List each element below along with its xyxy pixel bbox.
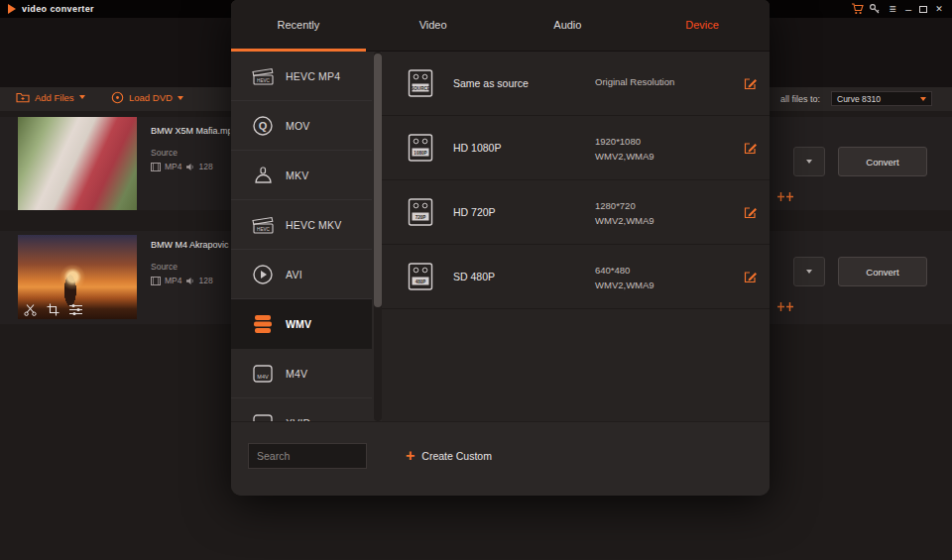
preset-resolution: Original Resolution — [595, 76, 674, 87]
create-custom-button[interactable]: + Create Custom — [406, 443, 492, 469]
clapperboard-icon: HEVC — [249, 213, 276, 237]
preset-codec: WMV2,WMA9 — [595, 280, 654, 290]
svg-text:Q: Q — [258, 120, 267, 132]
format-item-avi[interactable]: AVI — [231, 250, 372, 299]
app-title: video converter — [22, 4, 94, 14]
wmv-stack-icon — [249, 312, 276, 336]
minimize-button[interactable]: – — [900, 2, 916, 16]
format-item-hevc-mkv[interactable]: HEVC HEVC MKV — [231, 200, 372, 250]
format-item-wmv[interactable]: WMV — [231, 299, 372, 349]
tab-device[interactable]: Device — [635, 0, 770, 51]
media-badges: MP4 128 — [151, 276, 213, 285]
source-label: Source — [151, 262, 178, 272]
svg-text:SOURCE: SOURCE — [411, 86, 430, 91]
dialog-footer: + Create Custom — [231, 421, 770, 496]
format-item-hevc-mp4[interactable]: HEVC HEVC MP4 — [231, 52, 372, 101]
format-item-mov[interactable]: Q MOV — [231, 101, 372, 151]
svg-text:M4V: M4V — [257, 373, 269, 379]
play-circle-icon — [249, 263, 276, 286]
preset-row-hd-1080p[interactable]: 1080P HD 1080P 1920*1080 WMV2,WMA9 — [382, 116, 770, 180]
add-preset-icon[interactable] — [777, 192, 793, 201]
format-scrollbar[interactable] — [374, 52, 382, 421]
format-label: MOV — [286, 120, 310, 132]
convert-options-dropdown[interactable] — [793, 257, 825, 286]
dialog-tabs: Recently Video Audio Device — [231, 0, 770, 52]
login-key-icon[interactable] — [867, 2, 883, 16]
preset-name: HD 1080P — [453, 116, 501, 180]
convert-options-dropdown[interactable] — [793, 147, 825, 176]
crop-icon[interactable] — [47, 303, 60, 316]
format-label: HEVC MKV — [286, 219, 341, 231]
disc-icon — [111, 91, 124, 104]
format-label: AVI — [286, 269, 302, 280]
source-preset-icon: SOURCE — [406, 68, 435, 98]
chevron-down-icon — [178, 96, 183, 100]
svg-text:480P: 480P — [416, 280, 426, 284]
480p-preset-icon: 480P — [406, 262, 435, 291]
preset-details: 1280*720 WMV2,WMA9 — [595, 180, 654, 245]
load-dvd-label: Load DVD — [129, 92, 173, 103]
trim-scissors-icon[interactable] — [24, 303, 37, 316]
close-button[interactable]: ✕ — [931, 2, 947, 16]
edit-preset-icon[interactable] — [743, 76, 758, 91]
preset-details: 640*480 WMV2,WMA9 — [595, 245, 654, 309]
preset-details: 1920*1080 WMV2,WMA9 — [595, 116, 654, 180]
output-format-select[interactable]: Curve 8310 — [831, 91, 932, 106]
chevron-down-icon — [79, 95, 85, 99]
add-files-button[interactable]: Add Files — [16, 91, 85, 103]
xvid-icon: XVID — [249, 411, 276, 422]
format-label: M4V — [286, 368, 307, 380]
scrollbar-thumb[interactable] — [374, 54, 382, 307]
svg-text:1080P: 1080P — [414, 151, 426, 156]
format-item-m4v[interactable]: M4V M4V — [231, 349, 372, 398]
load-dvd-button[interactable]: Load DVD — [111, 91, 183, 104]
output-format-value: Curve 8310 — [837, 94, 881, 104]
edit-preset-icon[interactable] — [743, 205, 758, 220]
bitrate-badge: 128 — [198, 162, 212, 171]
edit-preset-icon[interactable] — [743, 141, 758, 156]
menu-icon[interactable]: ≡ — [885, 2, 900, 16]
edit-preset-icon[interactable] — [743, 270, 758, 284]
plus-icon: + — [406, 448, 415, 464]
preset-row-sd-480p[interactable]: 480P SD 480P 640*480 WMV2,WMA9 — [382, 245, 770, 309]
svg-text:720P: 720P — [416, 215, 426, 220]
film-icon — [151, 277, 161, 285]
svg-text:HEVC: HEVC — [257, 226, 270, 231]
audio-icon — [185, 163, 194, 171]
format-badge: MP4 — [165, 276, 181, 285]
tab-video[interactable]: Video — [366, 0, 501, 51]
add-preset-icon[interactable] — [777, 302, 793, 311]
store-cart-icon[interactable] — [849, 2, 865, 16]
chevron-down-icon — [806, 160, 812, 164]
1080p-preset-icon: 1080P — [406, 133, 435, 163]
format-sidebar: HEVC HEVC MP4 Q MOV MKV HEVC HEVC MKV — [231, 52, 372, 421]
tab-recently[interactable]: Recently — [231, 0, 366, 51]
output-format-dialog: Recently Video Audio Device HEVC HEVC MP… — [231, 0, 770, 496]
add-folder-icon — [16, 91, 30, 103]
preset-row-hd-720p[interactable]: 720P HD 720P 1280*720 WMV2,WMA9 — [382, 180, 770, 245]
format-label: WMV — [286, 318, 311, 330]
maximize-button[interactable] — [915, 2, 931, 16]
preset-details: Original Resolution — [595, 52, 674, 116]
preset-codec: WMV2,WMA9 — [595, 151, 654, 162]
preset-row-same-as-source[interactable]: SOURCE Same as source Original Resolutio… — [382, 52, 770, 116]
format-item-xvid[interactable]: XVID XVID — [231, 398, 372, 421]
film-icon — [151, 163, 161, 171]
svg-text:HEVC: HEVC — [257, 77, 270, 82]
adjust-sliders-icon[interactable] — [69, 303, 82, 316]
matroska-icon — [249, 164, 276, 187]
search-input[interactable] — [248, 443, 367, 469]
quicktime-icon: Q — [249, 114, 276, 138]
convert-button[interactable]: Convert — [838, 147, 927, 176]
720p-preset-icon: 720P — [406, 197, 435, 227]
preset-resolution: 640*480 — [595, 265, 654, 276]
format-item-mkv[interactable]: MKV — [231, 151, 372, 200]
video-thumbnail[interactable] — [18, 235, 137, 319]
tab-audio[interactable]: Audio — [501, 0, 636, 51]
video-thumbnail[interactable] — [18, 117, 137, 210]
convert-button[interactable]: Convert — [838, 257, 927, 286]
add-files-label: Add Files — [35, 92, 74, 103]
audio-icon — [185, 277, 194, 285]
media-badges: MP4 128 — [151, 162, 213, 171]
preset-resolution: 1280*720 — [595, 200, 654, 211]
